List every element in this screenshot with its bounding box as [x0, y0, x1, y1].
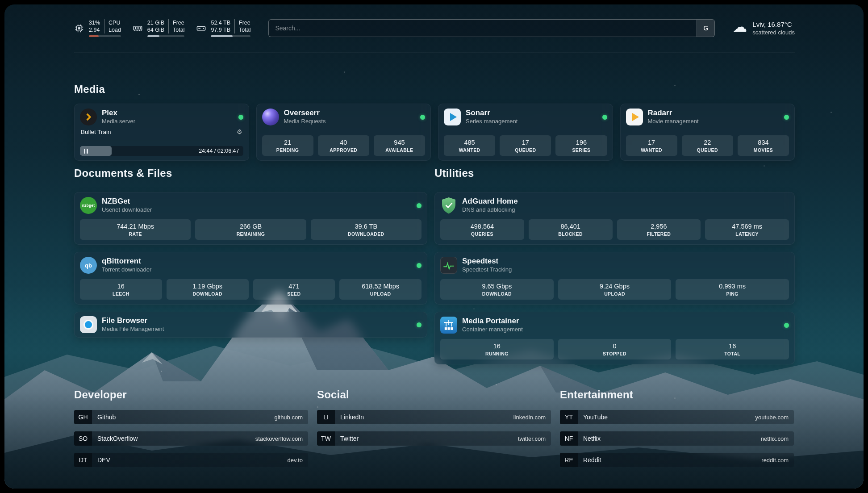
stat-value: 16: [117, 283, 125, 290]
stat-label: BLOCKED: [558, 231, 583, 237]
bookmark-abbr: SO: [74, 431, 92, 446]
app-card-qbittorrent[interactable]: qb qBittorrent Torrent downloader 16 LEE…: [74, 252, 427, 305]
stat-value: 9.24 Gbps: [600, 283, 630, 290]
bookmark-youtube[interactable]: YT YouTube youtube.com: [560, 410, 794, 424]
bookmark-netflix[interactable]: NF Netflix netflix.com: [560, 431, 794, 446]
stat-label: RUNNING: [485, 351, 509, 356]
bookmark-url: netflix.com: [761, 431, 794, 446]
status-dot: [420, 115, 425, 120]
app-card-nzbget[interactable]: nzbget NZBGet Usenet downloader 744.21 M…: [74, 192, 427, 245]
stat-pending: 21 PENDING: [262, 135, 313, 156]
cpu-icon: [74, 23, 84, 33]
search-input[interactable]: [268, 19, 715, 37]
stat-value: 485: [464, 139, 475, 146]
search-engine-button[interactable]: G: [697, 20, 714, 37]
app-card-overseerr[interactable]: Overseerr Media Requests 21 PENDING 40 A…: [256, 104, 431, 161]
divider: [234, 19, 235, 34]
bookmark-abbr: GH: [74, 410, 92, 424]
disk-icon: [196, 23, 206, 33]
weather-location: Lviv, 16.87°C: [752, 21, 795, 28]
bookmark-dev[interactable]: DT DEV dev.to: [74, 453, 308, 467]
gear-icon[interactable]: ⚙: [237, 128, 242, 135]
bookmark-name: YouTube: [578, 410, 608, 424]
pause-button[interactable]: [84, 149, 88, 154]
search-bar: G: [268, 19, 715, 37]
cloud-icon: ☁: [733, 20, 747, 34]
stat-label: DOWNLOAD: [482, 291, 512, 297]
stat-value: 39.6 TB: [355, 223, 378, 230]
ram-free: 21 GiB: [147, 19, 164, 26]
app-subtitle: Usenet downloader: [102, 206, 152, 214]
status-dot: [417, 322, 421, 327]
cpu-load-label: Load: [108, 26, 121, 33]
app-card-media-portainer[interactable]: Media Portainer Container management 16 …: [434, 312, 795, 364]
stat-label: UPLOAD: [370, 291, 391, 297]
stat-value: 1.19 Gbps: [192, 283, 222, 290]
stat-value: 498,564: [471, 223, 494, 230]
app-card-sonarr[interactable]: Sonarr Series management 485 WANTED 17 Q…: [438, 104, 613, 161]
bookmark-name: Github: [92, 410, 116, 424]
stat-label: MOVIES: [754, 147, 773, 153]
nzbget-icon: nzbget: [80, 197, 97, 214]
top-bar: 31% 2.94 CPU Load: [74, 18, 795, 38]
app-subtitle: Media Requests: [284, 118, 326, 125]
stat-label: UPLOAD: [604, 291, 625, 297]
stat-label: SERIES: [572, 147, 590, 153]
stat-label: QUERIES: [471, 231, 493, 237]
stat-blocked: 86,401 BLOCKED: [529, 219, 613, 240]
bookmark-twitter[interactable]: TW Twitter twitter.com: [317, 431, 551, 446]
sonarr-icon: [444, 109, 461, 125]
ram-total: 64 GiB: [147, 26, 164, 33]
app-name: Sonarr: [466, 109, 517, 117]
app-subtitle: Speedtest Tracking: [462, 266, 512, 274]
status-dot: [238, 115, 243, 120]
stat-remaining: 266 GB REMAINING: [195, 219, 306, 240]
disk-free: 52.4 TB: [211, 19, 230, 26]
stat-download: 9.65 Gbps DOWNLOAD: [440, 279, 554, 300]
plex-icon: [80, 109, 97, 125]
app-name: Plex: [102, 109, 135, 117]
section-title-documents: Documents & Files: [74, 167, 172, 180]
app-card-file-browser[interactable]: File Browser Media File Management: [74, 312, 427, 338]
bookmark-url: twitter.com: [518, 431, 551, 446]
stat-value: 86,401: [560, 223, 580, 230]
app-card-speedtest[interactable]: Speedtest Speedtest Tracking 9.65 Gbps D…: [434, 252, 795, 305]
app-card-adguard-home[interactable]: AdGuard Home DNS and adblocking 498,564 …: [434, 192, 795, 245]
stat-value: 21: [284, 139, 291, 146]
app-name: AdGuard Home: [462, 197, 518, 206]
speedtest-icon: [440, 257, 457, 274]
disk-free-label: Free: [239, 19, 250, 26]
app-subtitle: Media File Management: [102, 326, 164, 333]
stat-wanted: 485 WANTED: [444, 135, 495, 156]
app-name: File Browser: [102, 316, 164, 325]
adguard-icon: [440, 197, 457, 214]
bookmark-abbr: RE: [560, 453, 578, 467]
stat-label: AVAILABLE: [385, 147, 413, 153]
portainer-icon: [440, 317, 457, 334]
bookmark-name: LinkedIn: [335, 410, 364, 424]
playback-time: 24:44 / 02:06:47: [199, 148, 243, 154]
app-card-radarr[interactable]: Radarr Movie management 17 WANTED 22 QUE…: [620, 104, 795, 161]
status-dot: [784, 115, 789, 120]
qbittorrent-icon: qb: [80, 257, 97, 274]
stat-value: 16: [729, 343, 736, 350]
app-name: Overseerr: [284, 109, 326, 117]
cpu-widget: 31% 2.94 CPU Load: [74, 19, 121, 38]
stat-value: 834: [758, 139, 768, 146]
bookmark-stackoverflow[interactable]: SO StackOverflow stackoverflow.com: [74, 431, 308, 446]
stat-label: LATENCY: [735, 231, 759, 237]
stat-total: 16 TOTAL: [676, 339, 789, 359]
section-title-entertainment: Entertainment: [560, 389, 633, 401]
stat-value: 17: [522, 139, 529, 146]
bookmark-github[interactable]: GH Github github.com: [74, 410, 308, 424]
stat-download: 1.19 Gbps DOWNLOAD: [167, 279, 249, 300]
playback-progress-bar[interactable]: 24:44 / 02:06:47: [80, 146, 243, 156]
app-name: NZBGet: [102, 197, 152, 206]
app-card-plex[interactable]: Plex Media server Bullet Train ⚙ 24:44 /…: [74, 104, 249, 161]
app-subtitle: Series management: [466, 118, 517, 125]
bookmark-linkedin[interactable]: LI LinkedIn linkedin.com: [317, 410, 551, 424]
bookmark-url: github.com: [274, 410, 308, 424]
bookmark-reddit[interactable]: RE Reddit reddit.com: [560, 453, 794, 467]
weather-widget[interactable]: ☁ Lviv, 16.87°C scattered clouds: [733, 21, 795, 36]
status-dot: [784, 323, 789, 328]
